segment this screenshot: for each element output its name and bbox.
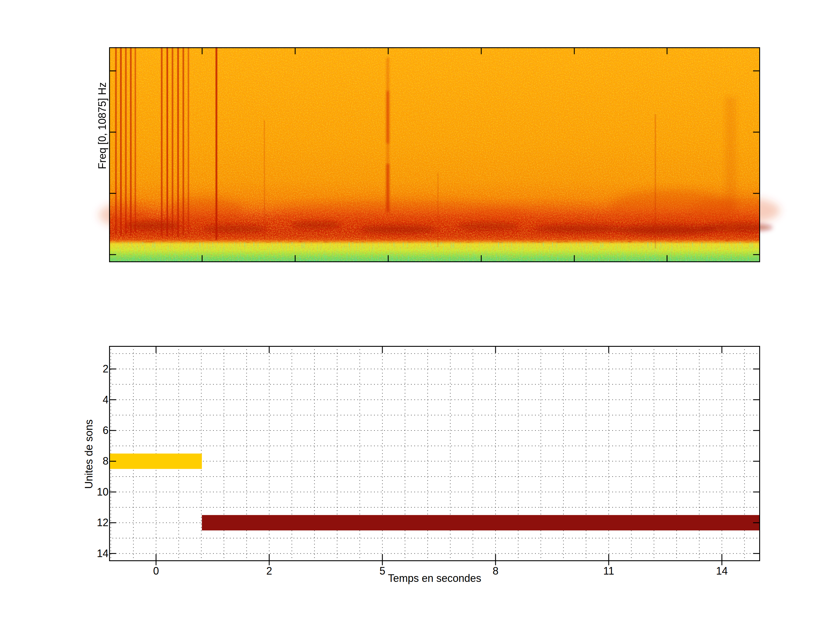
spectrogram-ylabel: Freq [0, 10875] Hz (96, 38, 109, 213)
noise-blue-streaks (109, 247, 760, 262)
y-tick-label: 12 (65, 517, 109, 529)
sound-units-panel (109, 346, 760, 561)
diffuse-haze-column (725, 97, 736, 240)
spectrogram-panel (109, 47, 760, 262)
y-tick-label: 2 (65, 363, 109, 375)
spectrogram-image (109, 47, 760, 262)
y-tick-label: 6 (65, 425, 109, 436)
units-xlabel: Temps en secondes (318, 572, 551, 584)
activity-bar-unit-12 (202, 515, 759, 531)
x-tick-label: 14 (701, 565, 742, 577)
y-tick-label: 8 (65, 455, 109, 467)
x-tick-label: 5 (362, 565, 403, 577)
activity-bar-unit-8 (109, 453, 202, 469)
units-ylabel: Unites de sons (83, 366, 95, 542)
x-tick-label: 0 (136, 565, 177, 577)
x-tick-label: 2 (249, 565, 290, 577)
x-tick-label: 8 (475, 565, 516, 577)
diffuse-tonal-streak (386, 57, 389, 213)
figure-canvas: Freq [0, 10875] Hz Unites de sons Temps … (0, 0, 840, 630)
y-tick-label: 4 (65, 394, 109, 406)
sound-units-chart (109, 346, 760, 561)
y-tick-label: 14 (65, 548, 109, 559)
single-click (216, 47, 217, 240)
y-tick-label: 10 (65, 486, 109, 498)
x-tick-label: 11 (588, 565, 629, 577)
